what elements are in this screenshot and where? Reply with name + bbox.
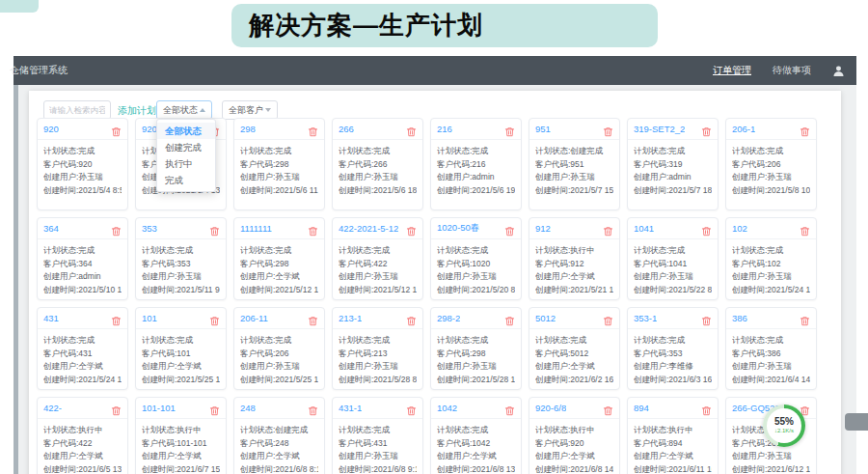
delete-icon[interactable]	[504, 124, 515, 134]
delete-icon[interactable]	[209, 223, 220, 234]
plan-id-link[interactable]: 1111111	[240, 223, 272, 234]
plan-id-link[interactable]: 920	[142, 124, 157, 134]
plan-time: 创建时间:2021/5/24 19:13:02	[43, 374, 122, 387]
plan-card: 213-1 计划状态:完成 客户代码:213 创建用户:孙玉瑞 创建时间:202…	[332, 307, 423, 390]
plan-id-link[interactable]: 248	[240, 403, 256, 413]
plan-time: 创建时间:2021/6/2 16:18:39	[535, 374, 613, 387]
add-plan-button[interactable]: 添加计划	[118, 104, 156, 118]
delete-icon[interactable]	[800, 313, 810, 323]
plan-id-link[interactable]: 353-1	[634, 313, 657, 323]
delete-icon[interactable]	[603, 313, 613, 323]
delete-icon[interactable]	[308, 403, 318, 413]
nav-item-todo[interactable]: 待做事项	[773, 64, 811, 77]
delete-icon[interactable]	[209, 403, 220, 413]
plan-id-link[interactable]: 266	[339, 124, 354, 134]
plan-id-link[interactable]: 353	[142, 223, 157, 234]
delete-icon[interactable]	[111, 403, 122, 413]
delete-icon[interactable]	[800, 124, 810, 134]
delete-icon[interactable]	[504, 223, 515, 234]
plan-id-link[interactable]: 431-1	[339, 403, 362, 413]
plan-id-link[interactable]: 5012	[535, 313, 556, 323]
plan-creator: 创建用户:李维修	[634, 360, 712, 374]
plan-id-link[interactable]: 364	[43, 223, 59, 234]
status-select[interactable]: 全部状态	[156, 100, 212, 120]
plan-time: 创建时间:2021/6/3 16:22:47	[634, 374, 712, 387]
plan-time: 创建时间:2021/6/4 14:33:52	[732, 374, 810, 387]
plan-card: 1042 计划状态:完成 客户代码:1042 创建用户:仝学斌 创建时间:202…	[430, 397, 522, 474]
user-icon[interactable]	[832, 65, 845, 77]
plan-id-link[interactable]: 101	[142, 313, 157, 323]
plan-id-link[interactable]: 920	[43, 124, 59, 134]
plan-id-link[interactable]: 206-1	[732, 124, 755, 134]
delete-icon[interactable]	[504, 313, 515, 323]
plan-id-link[interactable]: 298-2	[437, 313, 460, 323]
plan-id-link[interactable]: 912	[535, 223, 551, 234]
plan-id-link[interactable]: 422-	[43, 403, 62, 413]
nav-item-orders[interactable]: 订单管理	[713, 64, 751, 77]
delete-icon[interactable]	[308, 223, 318, 234]
progress-overlay-widget[interactable]: 55% ↓2.1K/s	[763, 404, 805, 447]
status-dropdown-option[interactable]: 完成	[157, 172, 215, 188]
delete-icon[interactable]	[603, 124, 613, 134]
status-dropdown-option[interactable]: 全部状态	[157, 123, 215, 139]
plan-creator: 创建用户:孙玉瑞	[437, 270, 515, 284]
plan-card: 266 计划状态:完成 客户代码:266 创建用户:孙玉瑞 创建时间:2021/…	[332, 118, 423, 210]
delete-icon[interactable]	[111, 223, 122, 234]
plan-id-link[interactable]: 431	[43, 313, 59, 323]
status-dropdown-option[interactable]: 创建完成	[157, 139, 215, 155]
plan-id-link[interactable]: 1020-50春	[437, 222, 479, 235]
plan-creator: 创建用户:仝学斌	[142, 450, 220, 463]
delete-icon[interactable]	[504, 403, 515, 413]
delete-icon[interactable]	[111, 313, 122, 323]
status-dropdown-option[interactable]: 执行中	[157, 155, 215, 172]
delete-icon[interactable]	[701, 403, 712, 413]
delete-icon[interactable]	[603, 223, 613, 234]
delete-icon[interactable]	[800, 223, 810, 234]
plan-card: 101 计划状态:完成 客户代码:101 创建用户:仝学斌 创建时间:2021/…	[135, 307, 227, 390]
plan-id-link[interactable]: 216	[437, 124, 452, 134]
plan-status: 计划状态:完成	[142, 334, 220, 348]
plan-id-link[interactable]: 422-2021-5-12	[339, 223, 398, 234]
delete-icon[interactable]	[209, 313, 220, 323]
plan-id-link[interactable]: 1041	[634, 223, 654, 234]
plan-time: 创建时间:2021/5/28 8:41:52	[339, 374, 417, 387]
plan-status: 计划状态:完成	[437, 334, 515, 348]
plan-card: 298 计划状态:完成 客户代码:298 创建用户:孙玉瑞 创建时间:2021/…	[233, 118, 325, 210]
plan-id-link[interactable]: 213-1	[339, 313, 362, 323]
plan-time: 创建时间:2021/5/20 8:31:21	[437, 284, 515, 297]
plan-status: 计划状态:完成	[437, 244, 515, 258]
plan-id-link[interactable]: 894	[634, 403, 649, 413]
delete-icon[interactable]	[701, 223, 712, 234]
plan-time: 创建时间:2021/5/6 18:58:13	[339, 184, 417, 198]
plan-card: 206-1 计划状态:完成 客户代码:206 创建用户:孙玉瑞 创建时间:202…	[725, 118, 817, 210]
plan-id-link[interactable]: 386	[732, 313, 747, 323]
plan-time: 创建时间:2021/5/8 10:40:56	[732, 184, 810, 198]
search-input[interactable]	[43, 100, 111, 120]
plan-customer: 客户代码:1041	[634, 258, 712, 271]
delete-icon[interactable]	[308, 124, 318, 134]
plan-id-link[interactable]: 920-6/8	[535, 403, 566, 413]
plan-id-link[interactable]: 319-SET2_2	[634, 124, 685, 134]
delete-icon[interactable]	[406, 313, 417, 323]
delete-icon[interactable]	[701, 313, 712, 323]
plan-status: 计划状态:完成	[240, 145, 318, 158]
customer-select[interactable]: 全部客户	[222, 100, 278, 120]
plan-card: 353-1 计划状态:完成 客户代码:353 创建用户:李维修 创建时间:202…	[627, 307, 719, 390]
top-navbar: 仓储管理系统 订单管理 待做事项	[14, 56, 856, 85]
plan-id-link[interactable]: 206-11	[240, 313, 268, 323]
delete-icon[interactable]	[308, 313, 318, 323]
chevron-up-icon	[200, 108, 205, 112]
plan-id-link[interactable]: 298	[240, 124, 256, 134]
plan-id-link[interactable]: 951	[535, 124, 551, 134]
delete-icon[interactable]	[701, 124, 712, 134]
plan-id-link[interactable]: 101-101	[142, 403, 176, 413]
delete-icon[interactable]	[406, 124, 417, 134]
delete-icon[interactable]	[111, 124, 122, 134]
plan-status: 计划状态:完成	[240, 244, 318, 258]
delete-icon[interactable]	[603, 403, 613, 413]
delete-icon[interactable]	[406, 223, 417, 234]
plan-card: 894 计划状态:执行中 客户代码:894 创建用户:仝学斌 创建时间:2021…	[627, 397, 719, 474]
plan-id-link[interactable]: 1042	[437, 403, 457, 413]
plan-id-link[interactable]: 102	[732, 223, 747, 234]
delete-icon[interactable]	[406, 403, 417, 413]
